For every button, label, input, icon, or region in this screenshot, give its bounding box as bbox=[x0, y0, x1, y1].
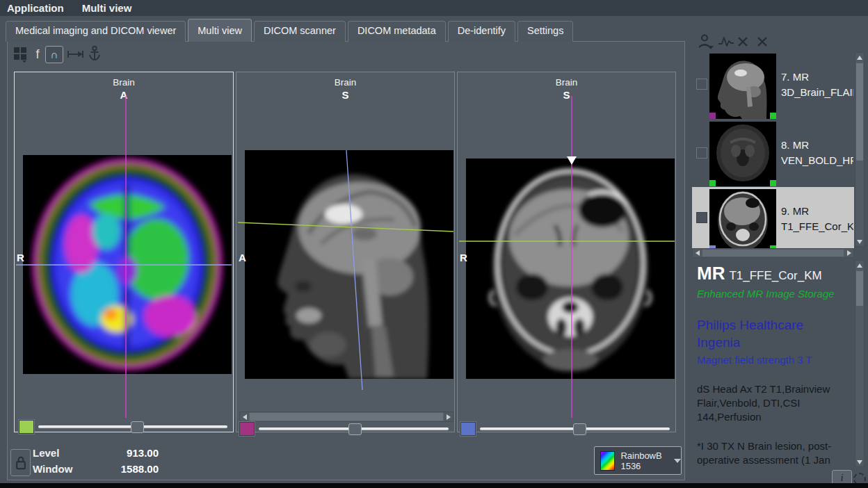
window-value: 1588.00 bbox=[96, 463, 159, 475]
manufacturer-label: Philips Healthcare bbox=[697, 318, 851, 333]
intersect-tool-icon[interactable]: ∩ bbox=[45, 46, 63, 63]
series-item-8[interactable]: 8. MR VEN_BOLD_HR bbox=[692, 120, 854, 187]
menu-application[interactable]: Application bbox=[7, 2, 64, 14]
slider-handle[interactable] bbox=[573, 423, 586, 435]
orientation-marker-a: A bbox=[239, 252, 246, 263]
series-metadata-panel: MRT1_FFE_Cor_KM Enhanced MR Image Storag… bbox=[697, 260, 851, 467]
sop-class-label: Enhanced MR Image Storage bbox=[697, 288, 851, 300]
lock-icon bbox=[14, 455, 28, 471]
viewport-orientation: S bbox=[236, 89, 454, 101]
close-icon-2[interactable] bbox=[757, 36, 768, 50]
series-heading: MRT1_FFE_Cor_KM bbox=[697, 263, 851, 284]
scroll-up-button[interactable] bbox=[855, 53, 864, 62]
layout-grid-icon[interactable] bbox=[13, 46, 28, 63]
slider-handle[interactable] bbox=[131, 421, 144, 433]
series-name: T1_FFE_Cor_KM bbox=[729, 269, 821, 282]
slice-slider[interactable] bbox=[480, 423, 670, 434]
viewport-sagittal[interactable]: Brain S A bbox=[236, 72, 455, 432]
waveform-icon[interactable] bbox=[718, 35, 734, 51]
menu-multi-view[interactable]: Multi view bbox=[82, 2, 132, 14]
series-checkbox[interactable] bbox=[696, 212, 707, 223]
plane-color-swatch bbox=[460, 422, 476, 436]
level-value: 913.00 bbox=[96, 447, 159, 459]
metadata-scrollbar[interactable] bbox=[855, 260, 865, 467]
sagittal-brain-image[interactable] bbox=[245, 150, 453, 379]
series-label: 8. MR VEN_BOLD_HR bbox=[781, 138, 853, 168]
app-window: Application Multi view Medical imaging a… bbox=[0, 0, 868, 488]
scrollbar-thumb[interactable] bbox=[856, 271, 863, 306]
slice-slider[interactable] bbox=[259, 423, 449, 434]
slice-slider[interactable] bbox=[38, 421, 227, 432]
scroll-left-button[interactable] bbox=[693, 249, 702, 257]
tab-multi-view[interactable]: Multi view bbox=[188, 19, 252, 42]
menu-bar: Application Multi view bbox=[0, 0, 868, 16]
plane-marker-right bbox=[770, 180, 776, 186]
viewport-orientation: S bbox=[458, 89, 675, 101]
viewport-axial[interactable]: Brain A bbox=[14, 72, 234, 432]
plane-marker-right bbox=[770, 113, 776, 119]
scroll-right-button[interactable] bbox=[844, 249, 853, 257]
series-label: 9. MR T1_FFE_Cor_KM bbox=[781, 204, 853, 234]
window-label: Window bbox=[33, 463, 72, 475]
scanner-model-label: Ingenia bbox=[697, 335, 851, 350]
fit-width-icon[interactable] bbox=[67, 49, 85, 59]
orientation-marker-r: R bbox=[17, 252, 24, 263]
series-list-scrollbar[interactable] bbox=[855, 52, 865, 247]
coronal-brain-image[interactable] bbox=[466, 158, 675, 379]
scroll-up-button[interactable] bbox=[855, 261, 864, 270]
field-strength-label: Magnet field strength 3 T bbox=[697, 354, 851, 366]
series-thumbnail-coronal[interactable] bbox=[709, 189, 776, 252]
viewport-orientation: A bbox=[15, 89, 233, 101]
plane-marker-left bbox=[709, 113, 716, 119]
scroll-left-button[interactable] bbox=[240, 412, 249, 421]
colormap-label: RainbowB 1536 bbox=[620, 450, 668, 471]
scroll-down-button[interactable] bbox=[855, 457, 864, 466]
tab-bar: Medical imaging and DICOM viewer Multi v… bbox=[6, 21, 573, 42]
anchor-icon[interactable] bbox=[88, 44, 102, 61]
scroll-down-button[interactable] bbox=[855, 237, 864, 246]
series-label: 7. MR 3D_Brain_FLAIR bbox=[781, 70, 853, 100]
rainbow-colormap-swatch bbox=[600, 451, 615, 471]
colormap-dropdown[interactable]: RainbowB 1536 bbox=[594, 446, 682, 475]
tab-dicom-scanner[interactable]: DICOM scanner bbox=[254, 21, 346, 42]
tab-de-identify[interactable]: De-identify bbox=[448, 21, 515, 42]
series-item-7[interactable]: 7. MR 3D_Brain_FLAIR bbox=[692, 52, 854, 120]
scrollbar-thumb[interactable] bbox=[702, 250, 844, 257]
scrollbar-thumb[interactable] bbox=[250, 413, 443, 421]
slider-handle[interactable] bbox=[348, 423, 362, 435]
level-label: Level bbox=[33, 447, 59, 459]
patient-description: *I 30 TX N Brain lesion, post-operative … bbox=[697, 439, 851, 467]
viewport-title: Brain bbox=[458, 77, 675, 88]
chevron-down-icon bbox=[674, 459, 681, 463]
tab-medical-imaging[interactable]: Medical imaging and DICOM viewer bbox=[6, 21, 186, 42]
tab-settings[interactable]: Settings bbox=[517, 21, 573, 42]
viewport-coronal[interactable]: Brain S bbox=[457, 72, 676, 432]
scroll-right-button[interactable] bbox=[444, 412, 453, 421]
series-thumbnail-sagittal[interactable] bbox=[709, 54, 776, 119]
plane-marker-left bbox=[709, 180, 716, 186]
series-list-hscrollbar[interactable] bbox=[692, 248, 854, 258]
close-icon[interactable] bbox=[737, 36, 748, 50]
plane-color-swatch bbox=[239, 422, 255, 436]
scale-f-icon[interactable]: f bbox=[33, 46, 42, 63]
window-bottom-edge bbox=[0, 483, 868, 488]
series-checkbox[interactable] bbox=[696, 147, 707, 158]
pan-scrollbar[interactable] bbox=[239, 412, 453, 422]
scrollbar-thumb[interactable] bbox=[856, 63, 863, 161]
axial-brain-image[interactable] bbox=[23, 155, 232, 374]
study-description: dS Head Ax T2 T1,Brainview Flair,Venbold… bbox=[697, 382, 851, 424]
series-thumbnail-axial[interactable] bbox=[709, 122, 776, 186]
viewport-title: Brain bbox=[15, 77, 233, 88]
patient-icon[interactable] bbox=[698, 33, 716, 53]
orientation-marker-r: R bbox=[460, 252, 467, 263]
series-checkbox[interactable] bbox=[696, 79, 707, 90]
modality-label: MR bbox=[697, 263, 725, 284]
viewport-title: Brain bbox=[236, 77, 454, 88]
window-level-lock-button[interactable] bbox=[10, 449, 31, 476]
tab-dicom-metadata[interactable]: DICOM metadata bbox=[348, 21, 446, 42]
series-item-9-selected[interactable]: 9. MR T1_FFE_Cor_KM bbox=[692, 187, 854, 254]
plane-color-swatch bbox=[19, 420, 34, 434]
